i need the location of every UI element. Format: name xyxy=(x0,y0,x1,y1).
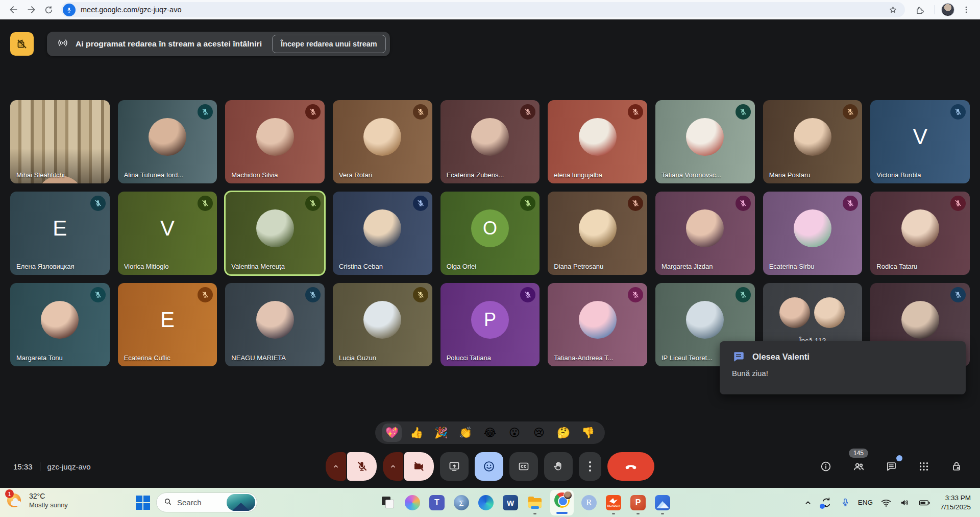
word-button[interactable]: W xyxy=(501,490,520,515)
start-stream-button[interactable]: Începe redarea unui stream xyxy=(272,35,386,53)
mic-muted-icon xyxy=(198,287,213,302)
tray-clock[interactable]: 3:33 PM 7/15/2025 xyxy=(940,494,971,511)
participants-button[interactable]: 145 xyxy=(848,456,869,477)
participant-tile[interactable]: Lucia Guzun xyxy=(333,283,432,366)
activities-apps-button[interactable] xyxy=(914,456,934,477)
stream-banner-text: Ai programat redarea în stream a acestei… xyxy=(76,39,262,49)
participant-name-label: Machidon Silvia xyxy=(231,171,278,179)
sync-update-icon[interactable] xyxy=(820,497,832,509)
file-explorer-icon xyxy=(527,495,543,510)
participant-tile[interactable]: V Victoria Burdila xyxy=(870,100,970,183)
participant-tile[interactable]: Rodica Tataru xyxy=(870,192,970,275)
tray-chevron-icon[interactable] xyxy=(803,498,813,507)
mic-permission-icon[interactable] xyxy=(63,4,76,16)
address-bar[interactable]: meet.google.com/gzc-juqz-avo xyxy=(61,2,905,17)
host-controls-button[interactable] xyxy=(946,456,967,477)
powerpoint-button[interactable]: P xyxy=(629,490,647,515)
reaction-emoji-button[interactable]: 🎉 xyxy=(431,424,451,442)
reaction-emoji-button[interactable]: 👏 xyxy=(456,424,475,442)
reaction-emoji-button[interactable]: 👎 xyxy=(578,424,598,442)
reaction-emoji-button[interactable]: 😢 xyxy=(529,424,549,442)
bookmark-star-icon[interactable] xyxy=(886,3,900,17)
raise-hand-button[interactable] xyxy=(544,452,573,481)
camera-off-button[interactable] xyxy=(404,452,434,481)
participant-avatar xyxy=(686,209,724,247)
start-button[interactable] xyxy=(135,495,151,511)
participant-tile[interactable]: Mihai Sleahtitchi xyxy=(10,100,110,183)
sync-notification-dot xyxy=(820,504,825,509)
leave-call-button[interactable] xyxy=(607,452,654,481)
forward-button[interactable] xyxy=(22,1,40,18)
participant-tile[interactable]: V Viorica Mitioglo xyxy=(118,192,217,275)
participant-letter-avatar: V xyxy=(160,216,175,241)
tray-microphone-icon[interactable] xyxy=(840,498,850,508)
captions-button[interactable] xyxy=(509,452,538,481)
participant-name-label: Елена Язловицкая xyxy=(16,263,75,270)
reload-button[interactable] xyxy=(40,1,57,18)
participant-tile[interactable]: elena lungujalba xyxy=(548,100,647,183)
mic-muted-button[interactable] xyxy=(347,452,377,481)
back-button[interactable] xyxy=(5,1,22,18)
participant-tile[interactable]: Ecaterina Zubens... xyxy=(440,100,540,183)
task-view-button[interactable] xyxy=(379,490,397,515)
reaction-emoji-button[interactable]: 🤔 xyxy=(554,424,573,442)
mic-muted-icon xyxy=(628,196,643,211)
camera-options-chevron[interactable] xyxy=(383,452,403,481)
edge-button[interactable] xyxy=(477,490,495,515)
participant-avatar xyxy=(901,301,939,339)
battery-icon[interactable] xyxy=(918,497,930,509)
participant-tile[interactable]: Ecaterina Sirbu xyxy=(763,192,863,275)
copilot-button[interactable] xyxy=(403,490,422,515)
participant-tile[interactable]: Tatiana-Andreea T... xyxy=(548,283,647,366)
mic-muted-icon xyxy=(198,196,213,211)
participant-tile[interactable]: Cristina Ceban xyxy=(333,192,432,275)
wifi-icon[interactable] xyxy=(880,497,892,508)
math-app-button[interactable]: Σ xyxy=(452,490,471,515)
reaction-emoji-button[interactable]: 😮 xyxy=(505,424,524,442)
chat-button[interactable] xyxy=(881,456,901,477)
participant-letter-avatar: E xyxy=(53,216,67,241)
participant-tile[interactable]: O Olga Orlei xyxy=(440,192,540,275)
language-indicator[interactable]: ENG xyxy=(858,499,873,506)
photos-button[interactable] xyxy=(653,490,672,515)
file-explorer-button[interactable] xyxy=(526,490,544,515)
reactions-button[interactable] xyxy=(475,452,503,481)
chat-notification[interactable]: Olesea Valenti Bună ziua! xyxy=(720,341,966,394)
reaction-emoji-button[interactable]: 💖 xyxy=(382,424,402,442)
participant-tile[interactable]: Tatiana Voronovsc... xyxy=(655,100,755,183)
participant-tile[interactable]: Vera Rotari xyxy=(333,100,432,183)
mic-muted-icon xyxy=(843,104,858,120)
more-options-button[interactable] xyxy=(579,452,601,481)
participant-tile[interactable]: Valentina Mereuța xyxy=(225,192,325,275)
chrome-button-active[interactable] xyxy=(550,490,574,515)
reader-button[interactable]: READER xyxy=(604,490,623,515)
participant-tile[interactable]: NEAGU MARIETA xyxy=(225,283,325,366)
mic-muted-icon xyxy=(736,196,751,211)
participant-name-label: Maria Postaru xyxy=(769,171,811,179)
extensions-icon[interactable] xyxy=(911,1,928,18)
search-highlight-image[interactable] xyxy=(227,494,255,511)
participant-tile[interactable]: Margareta Tonu xyxy=(10,283,110,366)
reaction-emoji-button[interactable]: 👍 xyxy=(407,424,426,442)
meeting-details-button[interactable] xyxy=(816,456,836,477)
reaction-emoji-button[interactable]: 😂 xyxy=(480,424,500,442)
participant-tile[interactable]: Alina Tutunea Iord... xyxy=(118,100,217,183)
browser-menu-icon[interactable] xyxy=(958,1,975,18)
participant-tile[interactable]: E Ecaterina Cuflic xyxy=(118,283,217,366)
participant-tile[interactable]: E Елена Язловицкая xyxy=(10,192,110,275)
r-app-button[interactable]: R xyxy=(580,490,598,515)
participant-tile[interactable]: Margareta Jizdan xyxy=(655,192,755,275)
participant-tile[interactable]: P Polucci Tatiana xyxy=(440,283,540,366)
participant-name-label: Ecaterina Zubens... xyxy=(447,171,504,179)
mic-options-chevron[interactable] xyxy=(326,452,346,481)
participant-tile[interactable]: Machidon Silvia xyxy=(225,100,325,183)
taskbar-weather-widget[interactable]: 1 32°C Mostly sunny xyxy=(6,491,68,509)
taskbar-search[interactable]: Search xyxy=(156,492,257,512)
participant-tile[interactable]: Diana Petrosanu xyxy=(548,192,647,275)
browser-profile-avatar[interactable] xyxy=(941,3,954,16)
stream-disabled-icon[interactable] xyxy=(10,32,34,56)
participant-tile[interactable]: Maria Postaru xyxy=(763,100,863,183)
volume-icon[interactable] xyxy=(899,497,911,508)
teams-button[interactable]: T xyxy=(428,490,446,515)
present-screen-button[interactable] xyxy=(440,452,469,481)
